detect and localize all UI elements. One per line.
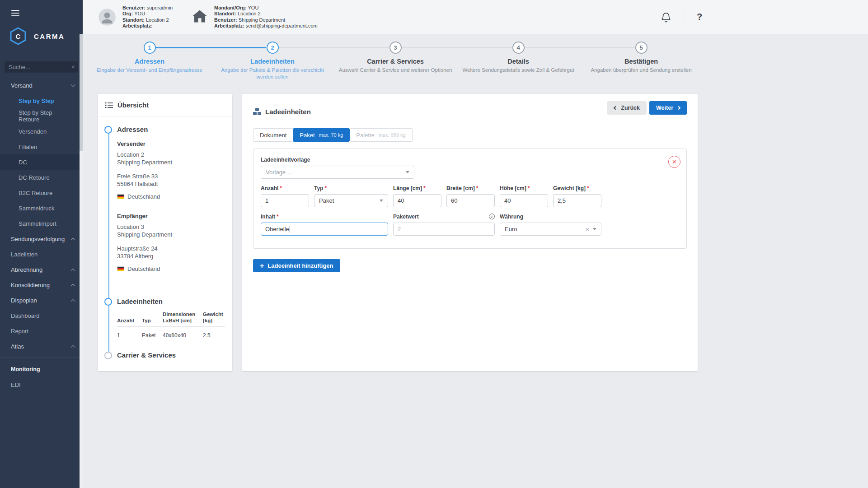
sidebar-item-label: Versand (11, 82, 33, 89)
anzahl-label: Anzahl* (261, 185, 309, 191)
stepper-step-3[interactable]: 3Carrier & ServicesAuswahl Carrier & Ser… (334, 42, 457, 74)
inhalt-input[interactable]: Oberteile (261, 223, 388, 236)
paketwert-label: Paketwert i (393, 213, 495, 220)
add-unit-button[interactable]: + Ladeeinheit hinzufügen (253, 259, 340, 272)
clear-search-icon[interactable]: × (71, 63, 75, 70)
anzahl-field: Anzahl* (261, 185, 309, 207)
stepper-connector (156, 47, 266, 48)
hoehe-field: Höhe [cm]* (500, 185, 548, 207)
sidebar-item-edi[interactable]: EDI (0, 377, 83, 392)
stepper-step-5[interactable]: 5BestätigenAngaben überprüfen und Sendun… (580, 42, 703, 74)
sidebar-item-sammeldruck[interactable]: Sammeldruck (0, 200, 83, 216)
user-info-block: Benutzer:superadmin Org:YOU Standort:Loc… (122, 5, 186, 29)
table-row: 1 Paket 40x60x40 2.5 (117, 327, 225, 339)
sidebar-item-label: DC (19, 159, 27, 166)
breite-input[interactable] (446, 194, 495, 207)
boxes-icon (253, 108, 261, 115)
chevron-right-icon (677, 106, 680, 110)
sidebar-item-versand[interactable]: Versand (0, 78, 83, 93)
overview-timeline: Adressen Versender Location 2 Shipping D… (98, 116, 232, 359)
waehrung-select[interactable]: Euro × (500, 223, 601, 236)
tab-paket[interactable]: Paket max. 70 kg (293, 128, 350, 142)
sidebar-item-label: Atlas (11, 343, 24, 350)
sender-department: Shipping Department (117, 158, 225, 166)
receiver-heading: Empfänger (117, 213, 225, 219)
overview-section-adressen: Adressen Versender Location 2 Shipping D… (98, 125, 225, 272)
sidebar-item-ladelisten[interactable]: Ladelisten (0, 246, 83, 262)
typ-select[interactable]: Paket (314, 194, 388, 207)
vorlage-select-value: Vorlage ... (266, 169, 292, 176)
overview-title: Übersicht (117, 101, 149, 109)
sidebar-item-b2c-retoure[interactable]: B2C Retoure (0, 185, 83, 200)
flag-germany-icon (117, 194, 124, 199)
clear-icon[interactable]: × (586, 226, 593, 233)
tab-dokument[interactable]: Dokument (253, 128, 293, 142)
sidebar-item-atlas[interactable]: Atlas (0, 339, 83, 354)
tab-label: Paket (300, 132, 314, 139)
sidebar-item-label: Sammelimport (19, 220, 56, 227)
laenge-input[interactable] (393, 194, 441, 207)
back-button[interactable]: Zurück (607, 101, 647, 115)
sidebar-item-label: Sammeldruck (19, 205, 54, 212)
breite-label: Breite [cm]* (446, 185, 495, 191)
anzahl-input[interactable] (261, 194, 309, 207)
step-title: Bestätigen (580, 58, 703, 65)
sidebar-item-dispoplan[interactable]: Dispoplan (0, 293, 83, 308)
scrollbar-thumb[interactable] (80, 34, 83, 151)
receiver-department: Shipping Department (117, 231, 225, 238)
stepper-step-1[interactable]: 1AdressenEingabe der Versand- und Empfän… (88, 42, 211, 74)
unit-type-tabs: Dokument Paket max. 70 kg Palette max. 9… (253, 128, 698, 142)
card-header: Ladeeinheiten Zurück Weiter (242, 94, 698, 122)
stepper-connector (525, 47, 635, 48)
stepper-step-4[interactable]: 4DetailsWeitere Sendungsdetails sowie Zo… (457, 42, 580, 74)
chevron-up-icon (71, 284, 75, 288)
units-summary-table: Anzahl Typ Dimensionen LxBxH [cm] Gewich… (117, 311, 225, 339)
next-button[interactable]: Weiter (649, 101, 687, 115)
ladeeinheiten-card: Ladeeinheiten Zurück Weiter Dokument Pak… (242, 94, 698, 371)
notifications-bell-icon[interactable] (661, 12, 671, 23)
paketwert-input[interactable] (393, 223, 495, 236)
sidebar-item-konsolidierung[interactable]: Konsolidierung (0, 277, 83, 293)
gewicht-input[interactable] (553, 194, 601, 207)
sidebar-nav: VersandStep by StepStep by Step RetoureV… (0, 78, 83, 392)
sidebar-item-versenden[interactable]: Versenden (0, 124, 83, 139)
menu-toggle-button[interactable] (0, 0, 27, 16)
sidebar-item-filialen[interactable]: Filialen (0, 139, 83, 154)
cell-typ: Paket (142, 327, 163, 339)
col-header-gewicht: Gewicht [kg] (203, 311, 225, 327)
sidebar-item-dc-retoure[interactable]: DC Retoure (0, 170, 83, 185)
vorlage-select[interactable]: Vorlage ... (261, 166, 414, 179)
hoehe-input[interactable] (500, 194, 548, 207)
info-icon[interactable]: i (489, 214, 495, 219)
receiver-street: Hauptstraße 24 (117, 245, 225, 252)
sidebar-item-sammelimport[interactable]: Sammelimport (0, 216, 83, 231)
step-subtitle: Angaben überprüfen und Sendung erstellen (580, 67, 703, 74)
sidebar-item-step-by-step-retoure[interactable]: Step by Step Retoure (0, 108, 83, 124)
brand[interactable]: C CARMA (10, 27, 83, 45)
user-info-line: Arbeitsplatz: (122, 23, 186, 29)
sidebar-item-label: Abrechnung (11, 266, 42, 273)
sidebar-divider (0, 358, 83, 358)
home-icon[interactable] (192, 9, 207, 25)
help-icon[interactable]: ? (697, 12, 702, 22)
remove-unit-button[interactable]: × (668, 156, 680, 168)
search-input[interactable] (5, 61, 78, 73)
sidebar-item-dashboard[interactable]: Dashboard (0, 308, 83, 323)
gewicht-label: Gewicht [kg]* (553, 185, 601, 191)
back-button-label: Zurück (621, 105, 640, 111)
cell-gewicht: 2.5 (203, 327, 225, 339)
sidebar-scrollbar[interactable] (80, 34, 83, 488)
sidebar-item-abrechnung[interactable]: Abrechnung (0, 262, 83, 277)
next-button-label: Weiter (656, 105, 673, 111)
sidebar-item-dc[interactable]: DC (0, 154, 83, 170)
user-avatar[interactable] (99, 9, 116, 26)
tab-palette[interactable]: Palette max. 999 kg (349, 128, 412, 142)
typ-select-value: Paket (319, 197, 334, 204)
sidebar-item-report[interactable]: Report (0, 323, 83, 339)
sidebar-item-step-by-step[interactable]: Step by Step (0, 93, 83, 108)
receiver-location: Location 3 (117, 223, 225, 231)
required-asterisk: * (423, 185, 426, 191)
dimensions-row: Anzahl* Typ* Paket Länge [cm]* Breite [c… (261, 185, 679, 207)
step-subtitle: Eingabe der Versand- und Empfängeradress… (88, 67, 211, 74)
sidebar-item-sendungsverfolgung[interactable]: Sendungsverfolgung (0, 231, 83, 246)
